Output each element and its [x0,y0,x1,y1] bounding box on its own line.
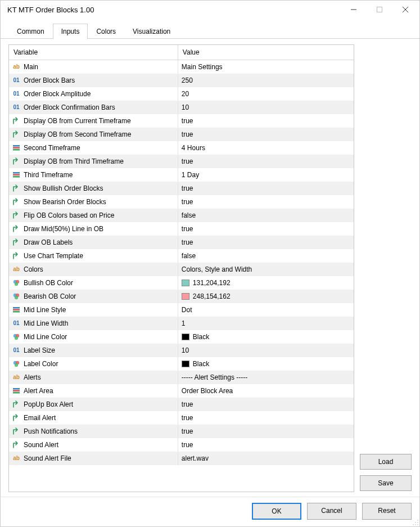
table-row[interactable]: Display OB from Current Timeframetrue [9,114,354,128]
variable-value: 248,154,162 [193,292,231,300]
boolean-type-icon [12,441,20,449]
svg-rect-18 [13,311,20,313]
color-type-icon [12,279,20,287]
integer-type-icon: 01 [12,103,20,111]
table-row[interactable]: Second Timeframe4 Hours [9,141,354,155]
table-row[interactable]: abSound Alert Filealert.wav [9,452,354,465]
svg-point-12 [15,282,18,285]
color-swatch [182,361,189,367]
table-row[interactable]: abMainMain Settings [9,60,354,74]
side-buttons: Load Save [360,44,412,492]
variable-value: true [182,225,193,233]
svg-point-29 [415,522,416,523]
save-button[interactable]: Save [360,475,412,491]
variable-value: ----- Alert Settings ----- [182,373,247,381]
tab-common[interactable]: Common [8,24,53,39]
variable-value: false [182,252,196,260]
string-type-icon: ab [12,454,20,462]
tab-colors[interactable]: Colors [88,24,124,39]
table-row[interactable]: Show Bullish Order Blockstrue [9,182,354,195]
boolean-type-icon [12,238,20,246]
table-row[interactable]: Show Bearish Order Blockstrue [9,195,354,209]
variable-name: Mid Line Width [24,319,68,327]
table-row[interactable]: Sound Alerttrue [9,438,354,452]
variable-value: true [182,157,193,165]
cancel-button[interactable]: Cancel [307,503,356,520]
color-type-icon [12,292,20,300]
table-row[interactable]: Mid Line StyleDot [9,303,354,317]
table-row[interactable]: Bearish OB Color248,154,162 [9,290,354,303]
boolean-type-icon [12,117,20,125]
color-swatch [182,293,189,300]
integer-type-icon: 01 [12,319,20,327]
table-row[interactable]: Bullish OB Color131,204,192 [9,276,354,290]
variable-value: Black [193,333,209,341]
variable-value: Black [193,360,209,368]
boolean-type-icon [12,225,20,233]
svg-rect-4 [13,145,20,147]
svg-rect-8 [13,174,20,175]
string-type-icon: ab [12,373,20,381]
variable-value: Colors, Style and Width [182,265,252,273]
tab-inputs[interactable]: Inputs [53,24,88,39]
table-row[interactable]: 01Label Size10 [9,344,354,357]
titlebar: KT MTF Order Blocks 1.00 [1,1,419,19]
close-button[interactable] [392,1,418,19]
svg-point-30 [417,522,418,523]
column-header-variable[interactable]: Variable [9,45,178,60]
table-row[interactable]: Mid Line ColorBlack [9,330,354,344]
enum-type-icon [12,306,20,314]
variable-name: Label Size [24,346,55,354]
table-row[interactable]: Use Chart Templatefalse [9,249,354,263]
string-type-icon: ab [12,63,20,71]
variable-name: Order Block Confirmation Bars [24,103,115,111]
table-row[interactable]: Alert AreaOrder Block Area [9,384,354,398]
table-row[interactable]: 01Order Block Amplitude20 [9,87,354,101]
table-row[interactable]: Display OB from Third Timeframetrue [9,155,354,168]
svg-rect-9 [13,176,20,178]
table-row[interactable]: Email Alerttrue [9,411,354,425]
variable-name: Bearish OB Color [24,292,76,300]
svg-point-15 [15,295,18,299]
minimize-button[interactable] [341,1,367,19]
svg-rect-27 [13,392,20,394]
table-row[interactable]: 01Order Block Confirmation Bars10 [9,101,354,114]
table-row[interactable]: 01Order Block Bars250 [9,74,354,87]
variable-name: Draw Mid(50%) Line in OB [24,225,103,233]
variable-value: 4 Hours [182,144,205,152]
variable-value: true [182,117,193,125]
table-row[interactable]: 01Mid Line Width1 [9,317,354,330]
window-controls [341,1,418,19]
table-row[interactable]: abAlerts----- Alert Settings ----- [9,371,354,384]
variable-name: Flip OB Colors based on Price [24,211,114,219]
variable-value: 10 [182,103,189,111]
table-row[interactable]: PopUp Box Alerttrue [9,398,354,411]
tab-visualization[interactable]: Visualization [124,24,179,39]
variable-value: Dot [182,306,192,314]
variable-value: true [182,427,193,435]
table-row[interactable]: Draw OB Labelstrue [9,236,354,249]
variable-value: 131,204,192 [193,279,231,287]
column-header-value[interactable]: Value [178,45,354,60]
variable-value: Order Block Area [182,387,233,395]
table-row[interactable]: Draw Mid(50%) Line in OBtrue [9,222,354,236]
ok-button[interactable]: OK [252,503,301,520]
table-row[interactable]: Push Notificationstrue [9,425,354,438]
integer-type-icon: 01 [12,346,20,354]
color-swatch [182,280,189,286]
reset-button[interactable]: Reset [362,503,412,520]
variable-name: Sound Alert File [24,454,71,462]
table-row[interactable]: Display OB from Second Timeframetrue [9,128,354,141]
table-row[interactable]: Third Timeframe1 Day [9,168,354,182]
variable-name: Email Alert [24,414,56,422]
variable-value: Main Settings [182,63,223,71]
resize-grip-icon[interactable] [411,518,419,526]
variable-name: Mid Line Style [24,306,66,314]
boolean-type-icon [12,184,20,192]
dialog-buttons: OK Cancel Reset [1,497,419,526]
load-button[interactable]: Load [360,454,412,470]
variable-value: true [182,414,193,422]
table-row[interactable]: Flip OB Colors based on Pricefalse [9,209,354,222]
table-row[interactable]: Label ColorBlack [9,357,354,371]
table-row[interactable]: abColorsColors, Style and Width [9,263,354,276]
